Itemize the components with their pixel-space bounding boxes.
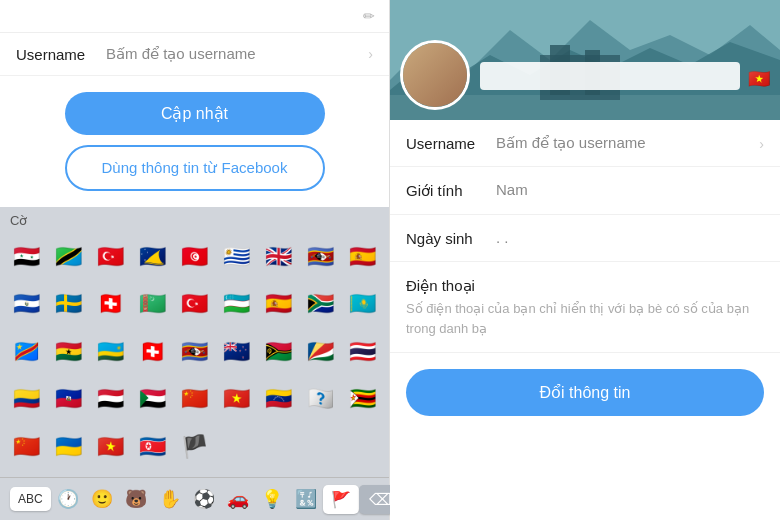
gioi-tinh-value: Nam [496,181,764,198]
flag-cell[interactable]: 🇿🇦 [301,285,341,323]
dien-thoai-label: Điện thoại [406,276,496,295]
flag-cell[interactable]: 🇺🇿 [217,285,257,323]
flag-cell[interactable]: 🇨🇩 [6,333,46,371]
co-label: Cờ [10,213,27,228]
flag-cell[interactable]: 🇨🇳 [6,428,46,466]
ngay-sinh-value: . . [496,229,764,246]
flag-cell[interactable]: 🇺🇾 [217,238,257,276]
flag-cell[interactable]: 🇸🇩 [132,380,172,418]
username-value: Bấm để tạo username [106,45,368,63]
flag-icon[interactable]: 🚩 [323,485,359,514]
symbol-icon[interactable]: 🔣 [289,484,323,514]
profile-info: Username Bấm để tạo username › Giới tính… [390,120,780,520]
username-input-box [480,62,740,90]
flag-cell[interactable]: 🇳🇿 [217,333,257,371]
keyboard-bottom-bar: ABC 🕐 🙂 🐻 ✋ ⚽ 🚗 💡 🔣 🚩 ⌫ [0,477,389,520]
keyboard-top-bar: Cờ [0,207,389,234]
flag-cell[interactable]: 🇬🇭 [48,333,88,371]
flag-cell[interactable]: 🇪🇸 [343,238,383,276]
flag-cell[interactable]: 🇰🇿 [343,285,383,323]
username-row: Username Bấm để tạo username › [0,33,389,76]
flag-cell[interactable]: 🇸🇪 [48,285,88,323]
flag-cell[interactable]: 🇼🇱 [301,380,341,418]
flag-cell[interactable]: 🇹🇲 [132,285,172,323]
flag-cell[interactable]: 🇻🇳 [217,380,257,418]
flag-cell[interactable]: 🇨🇭 [90,285,130,323]
flag-cell[interactable]: 🇻🇳 [90,428,130,466]
update-button[interactable]: Cập nhật [65,92,325,135]
flag-cell[interactable]: 🇻🇺 [259,333,299,371]
flag-cell[interactable]: 🇨🇭 [132,333,172,371]
right-panel: 🇻🇳 Username Bấm để tạo username › Giới t… [390,0,780,520]
flag-cell[interactable]: 🏴 [174,428,214,466]
flag-cell[interactable]: 🇪🇸 [259,285,299,323]
emoji-icon[interactable]: 🙂 [85,484,119,514]
username-info-label: Username [406,134,496,152]
cover-photo: 🇻🇳 [390,0,780,120]
gioi-tinh-label: Giới tính [406,181,496,200]
flag-cell[interactable]: 🇹🇭 [343,333,383,371]
flag-cell[interactable]: 🇸🇿 [174,333,214,371]
clock-icon[interactable]: 🕐 [51,484,85,514]
username-chevron: › [368,46,373,62]
keyboard-section: Cờ 🇸🇾🇹🇿🇹🇷🇹🇰🇹🇳🇺🇾🇬🇧🇸🇿🇪🇸🇸🇻🇸🇪🇨🇭🇹🇲🇹🇷🇺🇿🇪🇸🇿🇦🇰🇿🇨… [0,207,389,520]
edit-icon[interactable]: ✏ [363,8,375,24]
flag-cell[interactable]: 🇻🇪 [259,380,299,418]
avatar [400,40,470,110]
flag-grid: 🇸🇾🇹🇿🇹🇷🇹🇰🇹🇳🇺🇾🇬🇧🇸🇿🇪🇸🇸🇻🇸🇪🇨🇭🇹🇲🇹🇷🇺🇿🇪🇸🇿🇦🇰🇿🇨🇩🇬🇭… [0,234,389,477]
flag-cell[interactable]: 🇬🇧 [259,238,299,276]
flag-cell[interactable]: 🇷🇼 [90,333,130,371]
flag-cell[interactable]: 🇰🇵 [132,428,172,466]
flag-cell[interactable]: 🇹🇷 [90,238,130,276]
username-label: Username [16,46,106,63]
username-info-value: Bấm để tạo username [496,134,759,152]
flag-cell[interactable]: 🇸🇨 [301,333,341,371]
flag-cell[interactable]: 🇨🇴 [6,380,46,418]
edit-bar: ✏ [0,0,389,33]
button-area: Cập nhật Dùng thông tin từ Facebook [0,76,389,207]
flag-cell[interactable]: 🇭🇹 [48,380,88,418]
username-chevron: › [759,136,764,152]
flag-cell[interactable]: 🇸🇿 [301,238,341,276]
flag-cell[interactable]: 🇹🇰 [132,238,172,276]
food-icon[interactable]: ✋ [153,484,187,514]
left-panel: ✏ Username Bấm để tạo username › Cập nhậ… [0,0,390,520]
dien-thoai-top: Điện thoại [406,276,764,295]
dien-thoai-row: Điện thoại Số điện thoại của bạn chỉ hiể… [390,262,780,353]
animal-icon[interactable]: 🐻 [119,484,153,514]
flag-cell[interactable]: 🇹🇷 [174,285,214,323]
dien-thoai-note: Số điện thoại của bạn chỉ hiển thị với b… [406,299,764,338]
abc-button[interactable]: ABC [10,487,51,511]
flag-cell[interactable]: 🇺🇦 [48,428,88,466]
ngay-sinh-label: Ngày sinh [406,229,496,247]
vn-flag: 🇻🇳 [748,68,770,90]
flag-cell[interactable]: 🇹🇳 [174,238,214,276]
sport-icon[interactable]: ⚽ [187,484,221,514]
flag-cell[interactable]: 🇸🇾 [6,238,46,276]
flag-cell[interactable]: 🇨🇳 [174,380,214,418]
doi-thong-tin-button[interactable]: Đổi thông tin [406,369,764,416]
idea-icon[interactable]: 💡 [255,484,289,514]
gioi-tinh-row: Giới tính Nam [390,167,780,215]
flag-cell[interactable]: 🇾🇪 [90,380,130,418]
flag-cell[interactable]: 🇹🇿 [48,238,88,276]
flag-cell[interactable]: 🇿🇼 [343,380,383,418]
flag-cell[interactable]: 🇸🇻 [6,285,46,323]
profile-header: 🇻🇳 [390,0,780,120]
facebook-button[interactable]: Dùng thông tin từ Facebook [65,145,325,191]
object-icon[interactable]: 🚗 [221,484,255,514]
ngay-sinh-row: Ngày sinh . . [390,215,780,262]
username-info-row[interactable]: Username Bấm để tạo username › [390,120,780,167]
